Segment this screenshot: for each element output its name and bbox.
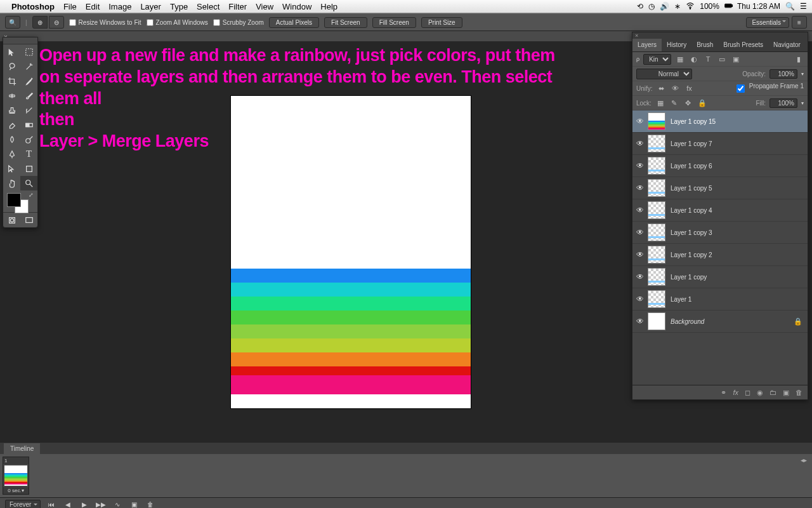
layer-row[interactable]: 👁Layer 1 copy 5	[632, 177, 808, 199]
lock-all-icon[interactable]: 🔒	[697, 98, 707, 108]
filter-kind-select[interactable]: Kind	[643, 54, 671, 65]
fit-screen-button[interactable]: Fit Screen	[324, 17, 367, 28]
tab-brush[interactable]: Brush	[691, 39, 718, 51]
zoom-in-icon[interactable]: ⊕	[32, 16, 48, 29]
pen-tool[interactable]	[3, 147, 20, 161]
visibility-icon[interactable]: 👁	[632, 161, 648, 170]
timeline-frame[interactable]: 1 0 sec.▾	[3, 457, 29, 495]
print-size-button[interactable]: Print Size	[421, 17, 462, 28]
swap-colors-icon[interactable]: ⤢	[29, 192, 34, 198]
filter-shape-icon[interactable]: ▭	[717, 54, 727, 64]
layer-thumbnail[interactable]	[648, 112, 665, 130]
layer-thumbnail[interactable]	[648, 290, 665, 308]
scrubby-zoom-checkbox[interactable]: Scrubby Zoom	[213, 19, 264, 26]
zoom-all-checkbox[interactable]: Zoom All Windows	[147, 19, 208, 26]
unify-position-icon[interactable]: ⬌	[657, 83, 667, 93]
path-tool[interactable]	[3, 161, 20, 176]
menu-image[interactable]: Image	[108, 2, 131, 11]
move-tool[interactable]	[3, 44, 20, 59]
group-icon[interactable]: 🗀	[769, 389, 776, 396]
toolbox-grip[interactable]	[3, 37, 37, 44]
adjustment-icon[interactable]: ◉	[757, 389, 763, 397]
menu-layer[interactable]: Layer	[140, 2, 161, 11]
fill-screen-button[interactable]: Fill Screen	[372, 17, 416, 28]
canvas[interactable]	[231, 96, 471, 408]
visibility-icon[interactable]: 👁	[632, 139, 648, 148]
filter-type-icon[interactable]: T	[703, 54, 713, 64]
timeline-tab[interactable]: Timeline	[0, 443, 812, 454]
wand-tool[interactable]	[20, 59, 37, 74]
notification-icon[interactable]: ☰	[800, 2, 807, 11]
unify-style-icon[interactable]: fx	[684, 83, 695, 93]
zoom-out-icon[interactable]: ⊖	[49, 16, 64, 29]
new-layer-icon[interactable]: ▣	[783, 389, 789, 397]
layer-thumbnail[interactable]	[648, 135, 665, 152]
lock-pos-icon[interactable]: ✥	[683, 98, 693, 108]
layer-thumbnail[interactable]	[648, 179, 665, 197]
delete-frame-button[interactable]: 🗑	[145, 500, 156, 508]
visibility-icon[interactable]: 👁	[632, 117, 648, 126]
current-tool-icon[interactable]: 🔍	[5, 16, 20, 29]
workspace-menu-icon[interactable]: ≡	[792, 16, 807, 29]
menu-help[interactable]: Help	[320, 2, 337, 11]
layer-row[interactable]: 👁Layer 1 copy 4	[632, 199, 808, 222]
clock[interactable]: Thu 1:28 AM	[737, 2, 780, 11]
resize-windows-checkbox[interactable]: Resize Windows to Fit	[69, 19, 141, 26]
lock-trans-icon[interactable]: ▦	[655, 98, 665, 108]
wifi-icon[interactable]	[686, 1, 695, 12]
menu-edit[interactable]: Edit	[86, 2, 100, 11]
layer-row[interactable]: 👁Layer 1	[632, 288, 808, 311]
stamp-tool[interactable]	[3, 103, 20, 117]
menu-view[interactable]: View	[256, 2, 273, 11]
layer-row[interactable]: 👁Layer 1 copy 7	[632, 133, 808, 155]
visibility-icon[interactable]: 👁	[632, 295, 648, 304]
visibility-icon[interactable]: 👁	[632, 228, 648, 237]
screenmode-icon[interactable]	[20, 213, 37, 227]
actual-pixels-button[interactable]: Actual Pixels	[269, 17, 319, 28]
visibility-icon[interactable]: 👁	[632, 184, 648, 192]
next-frame-button[interactable]: ▶▶	[95, 500, 107, 508]
filter-smart-icon[interactable]: ▣	[731, 54, 741, 64]
bluetooth-icon[interactable]: ∗	[674, 2, 681, 11]
lock-paint-icon[interactable]: ✎	[669, 98, 679, 108]
quickmask-icon[interactable]	[3, 213, 20, 227]
heal-tool[interactable]	[3, 88, 20, 103]
timemachine-icon[interactable]: ◷	[648, 2, 655, 11]
app-name[interactable]: Photoshop	[11, 2, 55, 11]
mask-icon[interactable]: ◻	[745, 389, 750, 397]
history-brush-tool[interactable]	[20, 103, 37, 117]
propagate-checkbox[interactable]: Propagate Frame 1	[734, 83, 804, 95]
spotlight-icon[interactable]: 🔍	[785, 2, 795, 11]
first-frame-button[interactable]: ⏮	[46, 500, 57, 508]
layer-row[interactable]: 👁Layer 1 copy 15	[632, 110, 808, 133]
type-tool[interactable]: T	[20, 147, 37, 161]
battery-icon[interactable]	[724, 1, 733, 12]
gradient-tool[interactable]	[20, 117, 37, 132]
tab-history[interactable]: History	[662, 39, 691, 51]
loop-select[interactable]: Forever	[5, 500, 41, 509]
eraser-tool[interactable]	[3, 117, 20, 132]
opacity-field[interactable]: 100%	[769, 69, 797, 79]
filter-toggle-icon[interactable]: ▮	[794, 54, 804, 64]
layer-thumbnail[interactable]	[648, 201, 665, 219]
layer-row[interactable]: 👁Layer 1 copy	[632, 266, 808, 288]
visibility-icon[interactable]: 👁	[632, 272, 648, 281]
visibility-icon[interactable]: 👁	[632, 206, 648, 215]
new-frame-button[interactable]: ▣	[128, 500, 140, 508]
zoom-tool[interactable]	[20, 176, 37, 190]
layer-thumbnail[interactable]	[648, 224, 665, 241]
color-swatches[interactable]: ⤢	[3, 190, 37, 212]
volume-icon[interactable]: 🔊	[660, 2, 669, 11]
menu-type[interactable]: Type	[170, 2, 188, 11]
play-button[interactable]: ▶	[79, 500, 90, 508]
layer-thumbnail[interactable]	[648, 268, 665, 286]
link-layers-icon[interactable]: ⚭	[721, 389, 726, 397]
layer-thumbnail[interactable]	[648, 157, 665, 175]
layer-thumbnail[interactable]	[648, 246, 665, 264]
unify-visibility-icon[interactable]: 👁	[671, 83, 681, 93]
fill-field[interactable]: 100%	[769, 98, 797, 108]
menu-filter[interactable]: Filter	[228, 2, 247, 11]
layer-thumbnail[interactable]	[648, 312, 665, 330]
hand-tool[interactable]	[3, 176, 20, 190]
sync-icon[interactable]: ⟲	[637, 2, 643, 11]
